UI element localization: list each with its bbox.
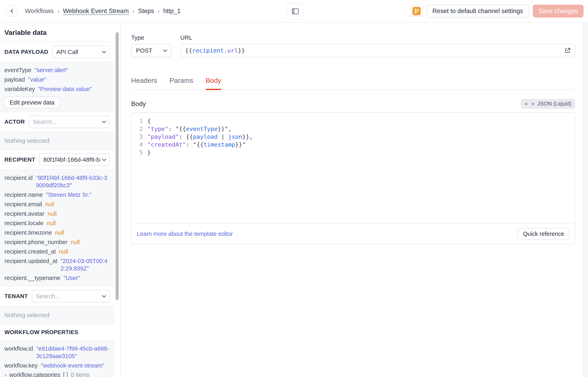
breadcrumb: Workflows›Webhook Event Stream›Steps›htt… [25, 7, 181, 15]
external-link-icon [564, 47, 571, 54]
template-editor-card: 1{2"type": "{{eventType}}",3"payload": {… [131, 112, 575, 245]
quick-reference-button[interactable]: Quick reference [518, 228, 569, 240]
open-external-button[interactable] [564, 47, 571, 54]
code-line: 5} [131, 149, 575, 156]
expand-chevron-icon: › [4, 371, 6, 377]
line-number: 1 [131, 117, 147, 125]
recipient-select[interactable]: 80f1f4bf-166d-48f9-b33c [39, 153, 110, 166]
save-changes-button[interactable]: Save changes [533, 5, 584, 18]
code-token: "type" [147, 126, 168, 132]
kv-row-variableKey: variableKey"Preview data value" [4, 84, 110, 94]
workflow-categories-row[interactable]: › workflow.categories [ ] 0 items [4, 370, 110, 377]
chevron-left-icon [9, 8, 15, 14]
code-token: {{ [196, 141, 203, 148]
git-branch-badge [412, 7, 421, 15]
kv-key: recipient.avatar [4, 210, 44, 217]
language-badge-label: JSON (Liquid) [537, 101, 572, 107]
chevron-down-icon [102, 157, 106, 161]
code-token: timestamp [203, 141, 235, 148]
template-editor-docs-link[interactable]: Learn more about the template editor [137, 231, 233, 237]
kv-row-recipient.updated_at: recipient.updated_at"2024-03-05T00:42:29… [4, 256, 110, 273]
data-payload-label: DATA PAYLOAD [4, 49, 48, 55]
categories-count: 0 items [71, 372, 89, 377]
type-label: Type [131, 34, 171, 41]
kv-value: "value" [28, 76, 110, 83]
data-payload-row: DATA PAYLOAD API Call [0, 42, 114, 62]
kv-value: "webhook-event-stream" [41, 362, 110, 369]
back-button[interactable] [6, 5, 18, 17]
method-select[interactable]: POST [131, 44, 171, 57]
code-token: " [193, 141, 196, 148]
breadcrumb-webhook-event-stream[interactable]: Webhook Event Stream [63, 7, 129, 15]
kv-row-recipient.locale: recipient.localenull [4, 219, 110, 228]
url-label: URL [180, 34, 575, 41]
workflow-properties-heading: WORKFLOW PROPERTIES [0, 324, 114, 340]
method-selected-value: POST [136, 47, 153, 54]
url-input[interactable]: {{recipient.url}} [180, 44, 575, 57]
code-token: {{ [185, 47, 192, 54]
kv-value: null [71, 238, 110, 246]
data-payload-rows: eventType"server:alert"payload"value"var… [4, 65, 110, 94]
sidebar-content: Variable data DATA PAYLOAD API Call even… [0, 23, 120, 377]
language-badge: < > JSON (Liquid) [521, 99, 575, 109]
code-line: 3"payload": {{payload | json}}, [131, 133, 575, 141]
kv-row-eventType: eventType"server:alert" [4, 65, 110, 75]
tab-params[interactable]: Params [170, 77, 193, 90]
code-editor[interactable]: 1{2"type": "{{eventType}}",3"payload": {… [131, 113, 575, 223]
kv-key: workflow.key [4, 362, 37, 369]
kv-value: "server:alert" [35, 66, 110, 74]
code-text: } [147, 149, 151, 156]
tab-headers[interactable]: Headers [131, 77, 157, 90]
recipient-row: RECIPIENT 80f1f4bf-166d-48f9-b33c [0, 150, 114, 170]
code-token: {{ [186, 133, 193, 140]
breadcrumb-workflows: Workflows [25, 7, 54, 15]
kv-value: null [55, 229, 110, 236]
code-line: 4"createdAt": "{{timestamp}}" [131, 141, 575, 149]
categories-value: [ ] [63, 372, 68, 377]
kv-row-payload: payload"value" [4, 75, 110, 84]
url-field: URL {{recipient.url}} [180, 34, 575, 57]
workflow-properties-block: workflow.id"e91ddae4-7f99-45cb-a688-3c12… [0, 340, 114, 377]
kv-key: recipient.timezone [4, 229, 52, 236]
tenant-empty-state: Nothing selected [0, 306, 114, 324]
chevron-down-icon [102, 49, 106, 53]
kv-key: recipient.name [4, 191, 43, 199]
data-payload-select[interactable]: API Call [52, 46, 110, 58]
body-section-header: Body < > JSON (Liquid) [131, 99, 575, 109]
kv-row-recipient.name: recipient.name"Steven Metz Sr." [4, 190, 110, 200]
kv-value: "80f1f4bf-166d-48f9-b33c-39009df20bc3" [36, 174, 110, 189]
reset-channel-settings-button[interactable]: Reset to default channel settings [426, 5, 529, 18]
breadcrumb-separator: › [132, 8, 134, 14]
code-token: " [225, 126, 228, 132]
kv-row-workflow.key: workflow.key"webhook-event-stream" [4, 361, 110, 370]
tenant-search-placeholder: Search... [36, 293, 101, 300]
sidebar-toggle-button[interactable] [287, 3, 304, 20]
data-payload-preview-block: eventType"server:alert"payload"value"var… [0, 62, 114, 112]
line-number: 2 [131, 125, 147, 133]
actor-search-placeholder: Search... [33, 118, 101, 125]
kv-value: "Preview data value" [38, 85, 110, 93]
actor-empty-state: Nothing selected [0, 132, 114, 150]
kv-key: recipient.locale [4, 220, 43, 227]
code-token: payload [193, 133, 218, 140]
tab-body[interactable]: Body [206, 77, 221, 90]
recipient-label: RECIPIENT [4, 156, 35, 163]
code-text: "createdAt": "{{timestamp}}" [147, 141, 246, 149]
sidebar-scrollbar[interactable] [116, 32, 119, 300]
kv-row-recipient.id: recipient.id"80f1f4bf-166d-48f9-b33c-390… [4, 173, 110, 190]
tenant-search-select[interactable]: Search... [32, 290, 110, 303]
right-edge-strip [583, 23, 588, 377]
uncommitted-changes-button[interactable] [410, 5, 423, 17]
code-token: }} [235, 141, 242, 148]
workflow-rows: workflow.id"e91ddae4-7f99-45cb-a688-3c12… [4, 344, 110, 370]
tenant-row: TENANT Search... [0, 286, 114, 306]
request-editor-panel: Type POST URL {{recipient.url}} [121, 23, 583, 377]
line-number: 5 [131, 149, 147, 156]
kv-key: eventType [4, 66, 31, 74]
code-token: " [242, 141, 246, 148]
kv-key: recipient.updated_at [4, 257, 58, 272]
actor-search-select[interactable]: Search... [29, 116, 110, 128]
edit-preview-data-button[interactable]: Edit preview data [4, 97, 60, 108]
kv-row-recipient.timezone: recipient.timezonenull [4, 228, 110, 237]
kv-key: recipient.phone_number [4, 238, 68, 246]
